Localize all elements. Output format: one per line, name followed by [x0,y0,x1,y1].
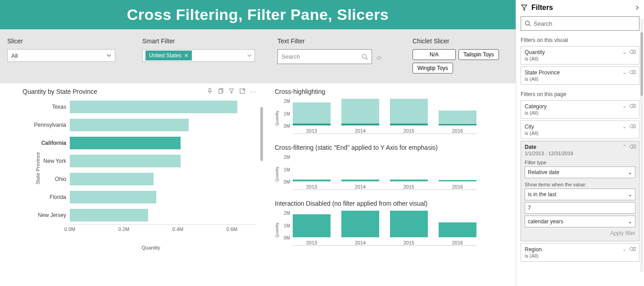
filters-title: Filters [531,4,553,12]
bar-label: 2016 [452,128,463,134]
apply-filter-button[interactable]: Apply filter [525,230,635,236]
collapse-pane-icon[interactable] [635,5,639,10]
more-icon[interactable]: ··· [250,88,257,95]
slicer-value: All [11,52,18,59]
smart-filter-tag[interactable]: United States ✕ [145,51,192,60]
eraser-icon[interactable] [376,53,384,61]
bar[interactable] [341,99,379,125]
filter-card-date[interactable]: Date 1/1/2013 - 12/31/2019 ⌃⌫ Filter typ… [521,141,639,241]
bar[interactable] [70,191,156,203]
focus-icon[interactable] [239,88,245,95]
relative-mode-select[interactable]: is in the last⌄ [525,189,635,200]
expand-icon[interactable]: ⌄ [622,103,626,109]
chiclet-na[interactable]: N/A [413,49,456,60]
bar[interactable] [70,209,148,221]
main-bar-chart[interactable]: Quantity by State Province ··· State Pro… [23,88,257,256]
clear-icon[interactable]: ⌫ [629,103,636,109]
smart-filter-input[interactable]: United States ✕ [142,49,255,62]
bar-label: 2014 [355,128,366,134]
bar[interactable] [439,222,476,237]
bar[interactable] [390,99,428,125]
chevron-down-icon [247,53,252,58]
cross-filter-chart[interactable]: Cross-filtering (static "End" applied to… [275,144,504,190]
mini-title-2: Cross-filtering (static "End" applied to… [275,144,504,151]
bar-label: Texas [23,104,70,110]
expand-icon[interactable]: ⌄ [622,246,626,252]
slicer-label: Slicer [7,37,142,45]
bar-label: 2016 [452,184,463,189]
bar[interactable] [390,211,428,237]
bar-label: 2016 [452,240,463,245]
filter-icon[interactable] [228,88,235,95]
bar[interactable] [70,101,237,113]
bar-label: 2015 [404,128,414,134]
bar[interactable] [293,214,331,237]
remove-tag-icon[interactable]: ✕ [184,53,188,59]
expand-icon[interactable]: ⌄ [622,69,626,75]
chiclet-wingtip[interactable]: Wingtip Toys [413,63,453,74]
svg-line-5 [529,25,531,27]
search-icon [525,20,531,27]
bar[interactable] [293,102,331,125]
bar-label: Pennsylvania [23,122,70,128]
chiclet-label: Chiclet Slicer [413,37,507,45]
bar[interactable] [70,173,154,185]
slicer-dropdown[interactable]: All [7,49,115,62]
filters-page-section: Filters on this page [521,91,639,97]
filters-visual-section: Filters on this visual [521,37,639,43]
bar[interactable] [439,111,476,125]
mini-title-1: Cross-highlighting [275,88,504,95]
controls-bar: Slicer All Smart Filter United States ✕ … [0,29,516,83]
filters-pane: Filters Search Filters on this visual Qu… [516,0,644,286]
chiclet-tailspin[interactable]: Tailspin Toys [458,49,499,60]
bar[interactable] [341,211,379,237]
bar[interactable] [70,137,181,149]
main-chart-title: Quantity by State Province [23,88,97,95]
collapse-icon[interactable]: ⌃ [622,144,626,150]
bar[interactable] [390,180,428,181]
relative-unit-select[interactable]: calendar years⌄ [525,216,635,227]
text-filter-input[interactable]: Search [277,49,372,64]
svg-line-1 [366,58,368,60]
clear-icon[interactable]: ⌫ [629,124,636,129]
filter-card-category[interactable]: Category is (All) ⌄⌫ [521,100,639,119]
bar-label: New Jersey [23,212,70,218]
copy-icon[interactable] [218,88,224,95]
clear-icon[interactable]: ⌫ [629,144,636,150]
cross-highlight-chart[interactable]: Cross-highlighting Quantity2M1M0M2013201… [275,88,504,134]
page-title: Cross Filtering, Filter Pane, Slicers [127,6,389,23]
chevron-down-icon [107,53,111,58]
text-filter-placeholder: Search [281,53,300,60]
pane-scrollbar[interactable] [640,19,643,272]
filter-card-region[interactable]: Region is (All) ⌄⌫ [521,243,639,262]
filter-card-city[interactable]: City is (All) ⌄⌫ [521,120,639,139]
relative-number-input[interactable] [525,202,635,214]
bar[interactable] [439,180,476,181]
clear-icon[interactable]: ⌫ [629,69,636,75]
filters-search[interactable]: Search [521,16,639,31]
search-icon[interactable] [362,54,368,60]
filter-card-state[interactable]: State Province is (All) ⌄⌫ [521,66,639,85]
text-filter-label: Text Filter [277,37,413,45]
bar-label: 2013 [306,240,317,245]
filters-header: Filters [521,4,639,12]
bar[interactable] [293,180,331,181]
clear-icon[interactable]: ⌫ [629,246,636,252]
pin-icon[interactable] [207,88,213,95]
chiclet-container: N/A Tailspin Toys Wingtip Toys [413,49,507,74]
svg-rect-2 [219,89,222,93]
bar[interactable] [70,119,189,131]
filters-search-placeholder: Search [534,20,552,27]
bar[interactable] [70,155,181,167]
interaction-disabled-chart[interactable]: Interaction Disabled (no filter applied … [275,200,504,246]
bar-label: 2014 [355,240,366,245]
smart-filter-label: Smart Filter [142,37,277,45]
bar[interactable] [341,180,379,181]
filter-card-quantity[interactable]: Quantity is (All) ⌄⌫ [521,46,639,65]
expand-icon[interactable]: ⌄ [622,49,626,55]
expand-icon[interactable]: ⌄ [622,124,626,129]
chart-scrollbar[interactable] [260,107,263,161]
y-axis-label: State Province [35,152,41,185]
clear-icon[interactable]: ⌫ [629,49,636,55]
filter-type-select[interactable]: Relative date⌄ [525,166,635,178]
